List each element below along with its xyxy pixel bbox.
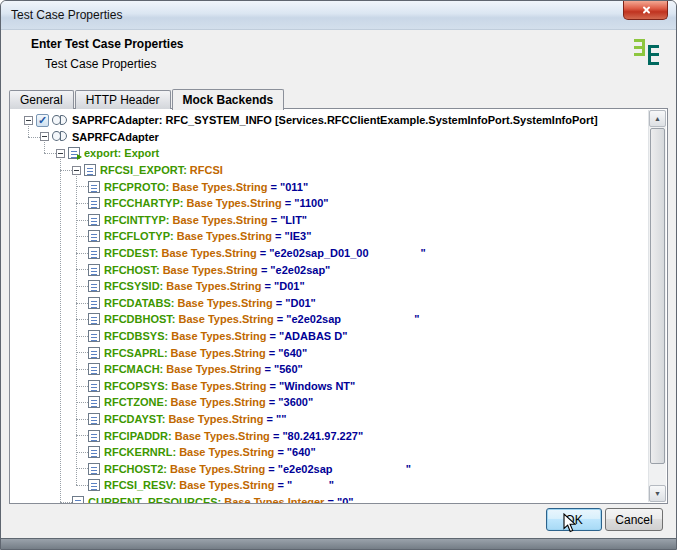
tree-text: Base Types.String <box>172 430 270 442</box>
tree-text: = " " <box>274 479 334 491</box>
tree-connector <box>76 452 88 453</box>
tree-text: export: <box>84 147 121 159</box>
tree-text: = "Windows NT" <box>266 380 355 392</box>
vertical-scrollbar[interactable]: ▲ ▼ <box>648 110 666 502</box>
tree-text: Base Types.String <box>174 230 272 242</box>
field-icon <box>88 297 100 309</box>
tree-text: Base Types.String <box>168 380 266 392</box>
tree-text: = "640" <box>266 347 307 359</box>
scrollbar-thumb[interactable] <box>650 128 665 464</box>
field-icon <box>88 380 100 392</box>
collapse-toggle-icon[interactable] <box>56 149 65 158</box>
tree-row[interactable]: RFCDATABS: Base Types.String = "D01" <box>10 295 650 312</box>
tree-text: = "ADABAS D" <box>266 330 347 342</box>
tree-connector <box>76 485 88 486</box>
tree-text: Base Types.String <box>160 264 258 276</box>
tree-row[interactable]: RFCFLOTYP: Base Types.String = "IE3" <box>10 228 650 245</box>
tree-text: = "0" <box>324 496 353 503</box>
field-icon <box>88 479 100 491</box>
field-icon <box>72 496 84 503</box>
collapse-toggle-icon[interactable] <box>40 132 49 141</box>
dialog-heading: Enter Test Case Properties <box>31 37 184 51</box>
field-icon <box>88 347 100 359</box>
field-icon <box>88 280 100 292</box>
tree-connector <box>76 203 88 204</box>
tree-text: RFCFLOTYP: <box>104 230 174 242</box>
tree-connector <box>76 468 88 469</box>
window-title: Test Case Properties <box>11 8 122 22</box>
field-icon <box>88 264 100 276</box>
tree-text: Base Types.String <box>165 413 263 425</box>
tree-text: = "LIT" <box>268 214 307 226</box>
tree-text: = "D01" <box>273 297 316 309</box>
tree-connector <box>76 319 88 320</box>
titlebar[interactable]: Test Case Properties <box>1 1 676 30</box>
tree-connector <box>76 435 88 436</box>
tab-mock-backends[interactable]: Mock Backends <box>172 89 285 110</box>
tree-connector <box>76 269 88 270</box>
tree-row[interactable]: RFCPROTO: Base Types.String = "011" <box>10 178 650 195</box>
cancel-button[interactable]: Cancel <box>605 508 663 531</box>
mouse-cursor <box>563 513 577 538</box>
field-icon <box>88 446 100 458</box>
field-icon <box>88 430 100 442</box>
tree-row[interactable]: RFCSI_EXPORT: RFCSI <box>10 162 650 179</box>
tree-text: RFCDAYST: <box>104 413 165 425</box>
tree-row[interactable]: RFCOPSYS: Base Types.String = "Windows N… <box>10 378 650 395</box>
tree-row[interactable]: RFCDEST: Base Types.String = "e2e02sap_D… <box>10 245 650 262</box>
tree-text: Base Types.String <box>168 396 266 408</box>
parameter-tree: ✓SAPRFCAdapter: RFC_SYSTEM_INFO [Service… <box>10 109 650 503</box>
tree-text: Base Types.String <box>163 280 261 292</box>
tab-http-header[interactable]: HTTP Header <box>75 90 171 109</box>
tree-row[interactable]: RFCCHARTYP: Base Types.String = "1100" <box>10 195 650 212</box>
scroll-up-icon[interactable]: ▲ <box>649 110 666 127</box>
tree-row[interactable]: RFCDBSYS: Base Types.String = "ADABAS D" <box>10 328 650 345</box>
tree-text: = "D01" <box>262 280 305 292</box>
tree-row[interactable]: RFCDAYST: Base Types.String = "" <box>10 411 650 428</box>
tree-row[interactable]: CURRENT_RESOURCES: Base Types.Integer = … <box>10 494 650 503</box>
close-button[interactable] <box>623 1 668 20</box>
tree-row[interactable]: RFCINTTYP: Base Types.String = "LIT" <box>10 212 650 229</box>
adapter-icon <box>52 115 68 126</box>
field-icon <box>88 197 100 209</box>
tree-connector <box>76 419 88 420</box>
field-icon <box>88 413 100 425</box>
tree-row[interactable]: RFCHOST: Base Types.String = "e2e02sap" <box>10 261 650 278</box>
tree-text: RFCSI <box>187 164 223 176</box>
tree-text: RFCSAPRL: <box>104 347 168 359</box>
tree-row[interactable]: ✓SAPRFCAdapter: RFC_SYSTEM_INFO [Service… <box>10 112 650 129</box>
tree-text: Base Types.String <box>167 463 265 475</box>
field-icon <box>88 363 100 375</box>
tree-row[interactable]: RFCMACH: Base Types.String = "560" <box>10 361 650 378</box>
tree-row[interactable]: export: Export <box>10 145 650 162</box>
tree-row[interactable]: RFCSI_RESV: Base Types.String = " " <box>10 477 650 494</box>
tree-row[interactable]: SAPRFCAdapter <box>10 129 650 146</box>
collapse-toggle-icon[interactable] <box>72 166 81 175</box>
tree-text: Base Types.String <box>163 363 261 375</box>
tree-row[interactable]: RFCIPADDR: Base Types.String = "80.241.9… <box>10 427 650 444</box>
node-checkbox[interactable]: ✓ <box>36 114 49 127</box>
tree-connector <box>76 286 88 287</box>
tree-text: SAPRFCAdapter: RFC_SYSTEM_INFO [Services… <box>72 114 598 126</box>
tree-text: = "560" <box>261 363 302 375</box>
tree-row[interactable]: RFCTZONE: Base Types.String = "3600" <box>10 394 650 411</box>
tree-connector <box>76 236 88 237</box>
tree-row[interactable]: RFCDBHOST: Base Types.String = "e2e02sap… <box>10 311 650 328</box>
tree-connector <box>76 220 88 221</box>
tab-general[interactable]: General <box>9 90 74 109</box>
scroll-down-icon[interactable]: ▼ <box>649 485 666 502</box>
tree-row[interactable]: RFCKERNRL: Base Types.String = "640" <box>10 444 650 461</box>
tree-text: RFCDEST: <box>104 247 158 259</box>
tree-text: RFCKERNRL: <box>104 446 176 458</box>
tree-row[interactable]: RFCSYSID: Base Types.String = "D01" <box>10 278 650 295</box>
tree-text: RFCDATABS: <box>104 297 174 309</box>
tree-text: = "011" <box>267 181 308 193</box>
tree-row[interactable]: RFCHOST2: Base Types.String = "e2e02sap … <box>10 460 650 477</box>
tree-text: SAPRFCAdapter <box>72 131 159 143</box>
collapse-toggle-icon[interactable] <box>24 116 33 125</box>
tree-connector <box>76 402 88 403</box>
tree-connector <box>76 336 88 337</box>
tree-row[interactable]: RFCSAPRL: Base Types.String = "640" <box>10 344 650 361</box>
tree-text: Base Types.String <box>169 181 267 193</box>
tree-text: RFCHOST: <box>104 264 160 276</box>
